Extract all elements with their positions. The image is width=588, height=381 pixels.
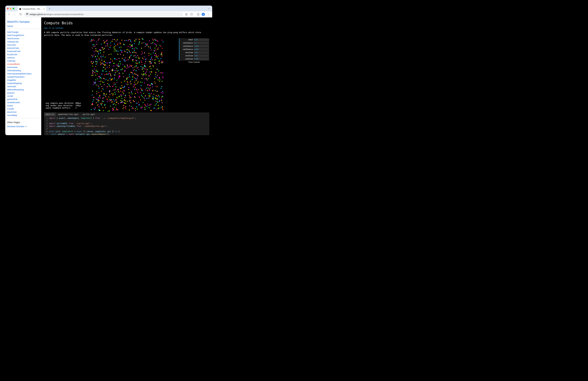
window-expand-icon[interactable] <box>207 7 210 10</box>
sidebar-item-texturedCube[interactable]: texturedCube <box>7 47 19 49</box>
boid-particle <box>135 47 136 48</box>
sidebar-item-cornell[interactable]: cornell <box>7 95 13 97</box>
gui-value-input[interactable]: 0.025 <box>194 45 209 47</box>
sidebar-item-instancedCube[interactable]: instancedCube <box>7 50 21 52</box>
boid-particle <box>113 109 114 110</box>
boid-particle <box>138 81 139 83</box>
boid-particle <box>161 92 162 93</box>
other-pages-heading: Other Pages <box>7 121 39 124</box>
boid-particle <box>105 96 106 97</box>
svg-point-8 <box>208 15 208 15</box>
sidebar-item-computeBoids[interactable]: computeBoids <box>7 63 20 65</box>
canvas-region: avg compute pass duration: 886µs avg ren… <box>44 38 209 111</box>
boid-particle <box>152 86 153 88</box>
boid-particle <box>150 84 151 86</box>
gui-close-button[interactable]: Close Controls <box>179 61 209 64</box>
boid-particle <box>144 100 146 101</box>
sidebar-item-deferredRendering[interactable]: deferredRendering <box>7 89 24 91</box>
boid-particle <box>151 84 152 86</box>
sidebar-item-rotatingCube[interactable]: rotatingCube <box>7 41 19 43</box>
sidebar-item-imageBlur[interactable]: imageBlur <box>7 79 16 81</box>
boid-particle <box>150 54 151 55</box>
boid-particle <box>133 108 134 110</box>
sidebar-item-videoUploading[interactable]: videoUploading <box>7 69 21 72</box>
boid-particle <box>152 99 154 100</box>
sidebar-item-helloTriangleMSAA[interactable]: helloTriangleMSAA <box>7 34 24 37</box>
boid-particle <box>95 74 97 76</box>
sidebar-item-worker[interactable]: worker <box>7 105 13 107</box>
profile-button[interactable] <box>201 12 206 17</box>
sidebar-item-videoUploadingWebCodecs[interactable]: videoUploadingWebCodecs <box>7 73 32 75</box>
bookmark-button[interactable] <box>184 12 189 17</box>
code-tab-main-ts[interactable]: main.ts <box>44 112 56 116</box>
boid-particle <box>109 65 110 66</box>
code-tab-sprite-wgsl[interactable]: sprite.wgsl <box>81 112 97 116</box>
boid-particle <box>136 89 138 90</box>
boid-particle <box>109 86 111 87</box>
address-bar: webgpu.github.io/webgpu-samples/samples/… <box>5 11 212 18</box>
extensions-button[interactable] <box>189 12 194 17</box>
boid-particle <box>154 48 156 49</box>
boid-particle <box>107 110 109 112</box>
sidebar-title: WebGPU Samples <box>7 20 39 23</box>
boid-particle <box>102 106 104 108</box>
boid-particle <box>132 48 133 50</box>
boid-particle <box>145 95 146 97</box>
sidebar-item-fractalCube[interactable]: fractalCube <box>7 53 17 56</box>
forward-button[interactable] <box>13 12 17 17</box>
gui-value-input[interactable]: 0.025 <box>194 48 209 50</box>
window-maximize-button[interactable] <box>13 8 14 9</box>
boid-particle <box>127 81 128 82</box>
new-tab-button[interactable]: + <box>48 7 52 11</box>
workload-simulator-link[interactable]: Workload Simulator ↗ <box>7 125 39 128</box>
boid-particle <box>111 41 113 42</box>
gui-value-input[interactable]: 0.05 <box>194 55 209 57</box>
sidebar-item-reversedZ[interactable]: reversedZ <box>7 85 16 88</box>
boid-particle <box>136 106 137 108</box>
gui-value-input[interactable]: 0.1 <box>194 42 209 44</box>
sidebar-item-normalMap[interactable]: normalMap <box>7 114 17 116</box>
sidebar-item-cameras[interactable]: cameras <box>7 57 15 59</box>
boid-particle <box>134 82 135 83</box>
browser-tab[interactable]: Compute Boids - WebGPU S × <box>18 7 46 11</box>
boid-particle <box>157 86 158 87</box>
sidebar-github-link[interactable]: Github <box>7 25 39 27</box>
boid-particle <box>154 78 155 80</box>
reload-button[interactable] <box>18 12 23 17</box>
menu-button[interactable] <box>206 12 210 17</box>
sidebar-item-bitonicSort[interactable]: bitonicSort <box>7 111 17 113</box>
gui-value-input[interactable]: 0.005 <box>194 58 209 60</box>
sidebar-item-gameOfLife[interactable]: gameOfLife <box>7 98 18 100</box>
sidebar-item-samplerParameters[interactable]: samplerParameters <box>7 76 25 78</box>
github-source-link[interactable]: See it on Github! <box>44 27 209 29</box>
gui-param-rule3Scale: rule3Scale0.005 <box>179 57 209 61</box>
sidebar-item-renderBundles[interactable]: renderBundles <box>7 101 20 104</box>
side-panel-button[interactable] <box>196 12 200 17</box>
gui-value-input[interactable]: 0.02 <box>194 51 209 54</box>
sidebar-item-particles[interactable]: particles <box>7 92 15 94</box>
code-tab-updateSprites-wgsl[interactable]: updateSprites.wgsl <box>56 112 81 116</box>
sidebar-item-shadowMapping[interactable]: shadowMapping <box>7 82 22 85</box>
boid-particle <box>130 82 131 83</box>
sidebar-item-A-buffer[interactable]: A-buffer <box>7 108 14 110</box>
boid-particle <box>134 43 135 44</box>
code-line: 5 <box>44 128 209 130</box>
sidebar-item-animometer[interactable]: animometer <box>7 66 18 68</box>
boid-particle <box>139 43 140 44</box>
window-minimize-button[interactable] <box>10 8 12 9</box>
boid-particle <box>110 106 111 107</box>
gui-value-input[interactable]: 0.04 <box>194 39 209 41</box>
sidebar-item-resizeCanvas[interactable]: resizeCanvas <box>7 37 19 40</box>
boid-particle <box>149 94 150 95</box>
svg-rect-3 <box>197 13 199 15</box>
sidebar-item-helloTriangle[interactable]: helloTriangle <box>7 31 19 33</box>
sidebar-item-twoCubes[interactable]: twoCubes <box>7 44 16 46</box>
site-info-icon[interactable] <box>26 13 28 16</box>
boid-particle <box>115 72 116 73</box>
window-close-button[interactable] <box>7 8 9 9</box>
boid-particle <box>106 67 108 68</box>
tab-close-button[interactable]: × <box>43 8 44 10</box>
url-input[interactable]: webgpu.github.io/webgpu-samples/samples/… <box>24 12 183 17</box>
sidebar-item-cubemap[interactable]: cubemap <box>7 60 15 62</box>
back-button[interactable] <box>7 12 11 17</box>
